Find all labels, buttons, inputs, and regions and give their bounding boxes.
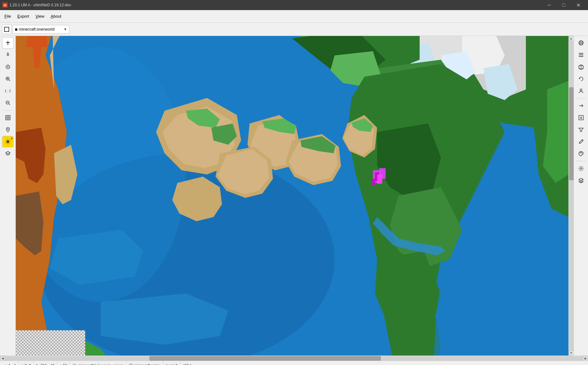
scroll-left-arrow[interactable]: ◀ <box>0 356 5 361</box>
svg-line-22 <box>6 140 7 140</box>
world-icon: ■ <box>15 27 17 32</box>
main-area: 1 : 2 <box>0 36 588 356</box>
b-label: b -216, -42 <box>36 363 55 365</box>
navigate-button[interactable] <box>575 100 587 111</box>
status-b: b -216, -42 <box>34 361 57 365</box>
right-scrollbar[interactable]: ▲ ▼ <box>568 36 573 356</box>
block-label: minecraft:water <box>134 363 160 365</box>
menu-view[interactable]: View <box>32 12 48 21</box>
level-label: level: 0 <box>166 363 178 365</box>
y-label: y 62 <box>60 363 67 365</box>
follow-button[interactable] <box>2 61 14 73</box>
menu-export[interactable]: Export <box>14 12 32 21</box>
svg-marker-45 <box>579 78 580 79</box>
svg-rect-39 <box>579 53 583 54</box>
svg-rect-32 <box>372 179 375 185</box>
zoom-label: (10x) <box>183 363 191 365</box>
scroll-up-arrow[interactable]: ▲ <box>569 36 574 41</box>
settings-button[interactable] <box>575 163 587 174</box>
waypoints-button[interactable] <box>2 124 14 135</box>
block-icon <box>129 363 133 365</box>
titlebar-title: 1.20.1 UM A - uNmINeD 0.19.12-dev <box>9 3 542 7</box>
c-label: c 0, 0 <box>21 363 31 365</box>
svg-point-46 <box>580 89 582 91</box>
globe-button[interactable] <box>575 37 587 49</box>
refresh-button[interactable] <box>575 73 587 85</box>
pin-button[interactable] <box>2 37 14 49</box>
scroll-track[interactable] <box>569 41 573 350</box>
lighting-badge: 3 <box>11 137 12 140</box>
svg-point-53 <box>581 153 582 154</box>
export-button[interactable] <box>575 112 587 123</box>
svg-rect-41 <box>579 56 583 57</box>
biome-icon <box>72 363 77 365</box>
unexplored-area <box>16 330 85 356</box>
svg-line-24 <box>9 140 10 140</box>
scroll-down-arrow[interactable]: ▼ <box>569 350 574 356</box>
maximize-button[interactable]: □ <box>556 0 571 10</box>
svg-line-25 <box>6 143 7 144</box>
svg-point-51 <box>579 153 580 154</box>
svg-rect-11 <box>6 115 10 120</box>
status-block: minecraft:water <box>126 361 163 365</box>
chunk-button[interactable] <box>575 61 587 73</box>
compass-button[interactable] <box>2 49 14 61</box>
lighting-button[interactable]: 3 <box>2 136 14 147</box>
svg-marker-1 <box>7 53 9 56</box>
app-icon: m <box>3 3 8 8</box>
svg-line-9 <box>9 104 10 105</box>
close-button[interactable]: ✕ <box>571 0 585 10</box>
left-toolbar: 1 : 2 <box>0 36 16 356</box>
hscroll-track[interactable] <box>5 356 583 361</box>
filter-button[interactable] <box>575 124 587 135</box>
status-zoom: (10x) <box>180 361 194 365</box>
svg-rect-33 <box>377 174 382 184</box>
biome-label: minecraft:lukewarm_ocean <box>78 363 123 365</box>
status-level: level: 0 <box>163 361 180 365</box>
palette-button[interactable] <box>575 148 587 159</box>
map-area[interactable] <box>16 36 568 356</box>
edit-button[interactable] <box>575 136 587 147</box>
status-c: c 0, 0 <box>19 361 33 365</box>
right-separator-2 <box>576 161 586 161</box>
svg-point-17 <box>7 140 9 143</box>
window-controls: ─ □ ✕ <box>542 0 585 10</box>
right-separator-1 <box>576 98 586 98</box>
svg-point-52 <box>580 152 581 153</box>
horizontal-scrollbar[interactable]: ◀ ▶ <box>0 356 588 361</box>
layers-right-button[interactable] <box>575 175 587 186</box>
menubar: File Export View About <box>0 10 588 23</box>
zoom-in-button[interactable] <box>2 73 14 85</box>
svg-line-50 <box>582 140 583 141</box>
zoom-out-button[interactable] <box>2 97 14 109</box>
zoom-ratio-label: 1 : 2 <box>2 85 14 97</box>
svg-point-54 <box>580 168 582 169</box>
map-svg <box>16 36 568 356</box>
dropdown-arrow-icon: ▼ <box>63 27 67 32</box>
world-selector[interactable]: ■ minecraft:overworld ▼ <box>13 25 69 34</box>
hscroll-thumb[interactable] <box>150 356 381 361</box>
details-button[interactable] <box>575 49 587 61</box>
layers-button[interactable] <box>2 148 14 159</box>
statusbar: r -1, -1 c 0, 0 b -216, -42 y 62 minecra… <box>0 361 588 365</box>
grid-button[interactable] <box>2 112 14 123</box>
r-label: r -1, -1 <box>5 363 16 365</box>
menu-file[interactable]: File <box>1 12 14 21</box>
scroll-thumb[interactable] <box>569 87 573 180</box>
right-toolbar <box>573 36 588 356</box>
status-biome: minecraft:lukewarm_ocean <box>70 361 126 365</box>
svg-line-5 <box>9 80 10 81</box>
separator-1 <box>3 110 13 110</box>
minimize-button[interactable]: ─ <box>542 0 556 10</box>
scroll-right-arrow[interactable]: ▶ <box>583 356 588 361</box>
titlebar: m 1.20.1 UM A - uNmINeD 0.19.12-dev ─ □ … <box>0 0 588 10</box>
toolbar-square-btn[interactable] <box>2 25 11 34</box>
world-name: minecraft:overworld <box>19 27 54 32</box>
menu-about[interactable]: About <box>48 12 65 21</box>
svg-rect-40 <box>579 55 583 55</box>
svg-rect-0 <box>4 27 9 32</box>
status-y: y 62 <box>57 361 70 365</box>
status-r: r -1, -1 <box>3 361 19 365</box>
players-button[interactable] <box>575 85 587 97</box>
svg-point-16 <box>7 128 9 130</box>
